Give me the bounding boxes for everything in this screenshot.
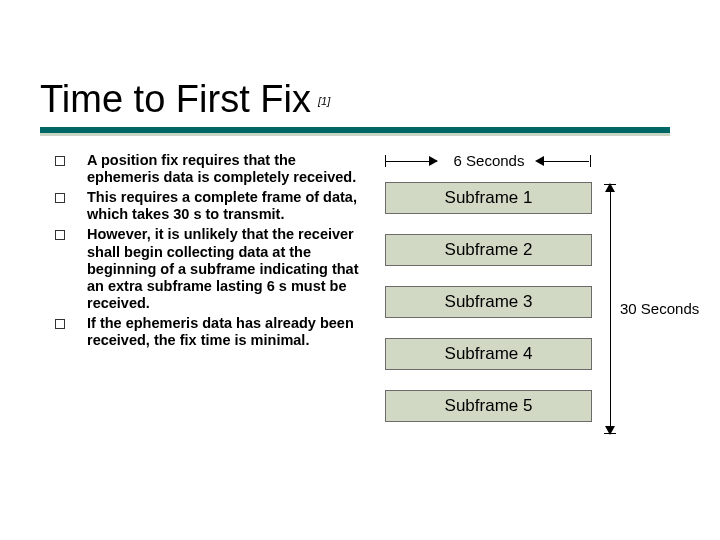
top-dimension: 6 Seconds [385,150,685,174]
subframe-box: Subframe 2 [385,234,592,266]
arrow-line [537,161,589,162]
arrow-line [610,190,611,428]
side-dimension [610,184,612,434]
arrow-right-icon [429,156,438,166]
tick-icon [590,155,591,167]
tick-icon [604,433,616,434]
bullet-list: A position fix requires that the ephemer… [55,152,365,352]
subframe-box: Subframe 5 [385,390,592,422]
title-underline-shadow [40,133,670,136]
bullet-text: If the ephemeris data has already been r… [87,315,365,349]
bullet-text: This requires a complete frame of data, … [87,189,365,223]
list-item: If the ephemeris data has already been r… [55,315,365,349]
list-item: However, it is unlikely that the receive… [55,226,365,312]
bullet-text: A position fix requires that the ephemer… [87,152,365,186]
subframe-box: Subframe 1 [385,182,592,214]
subframe-box: Subframe 3 [385,286,592,318]
bullet-icon [55,156,65,166]
bullet-text: However, it is unlikely that the receive… [87,226,365,312]
six-seconds-label: 6 Seconds [445,152,533,169]
list-item: A position fix requires that the ephemer… [55,152,365,186]
bullet-icon [55,193,65,203]
bullet-icon [55,230,65,240]
subframe-diagram: 6 Seconds Subframe 1 Subframe 2 Subframe… [385,150,685,442]
list-item: This requires a complete frame of data, … [55,189,365,223]
page-title: Time to First Fix [40,78,311,121]
bullet-icon [55,319,65,329]
subframe-box: Subframe 4 [385,338,592,370]
thirty-seconds-label: 30 Seconds [620,300,699,317]
reference-mark: [1] [318,95,330,107]
